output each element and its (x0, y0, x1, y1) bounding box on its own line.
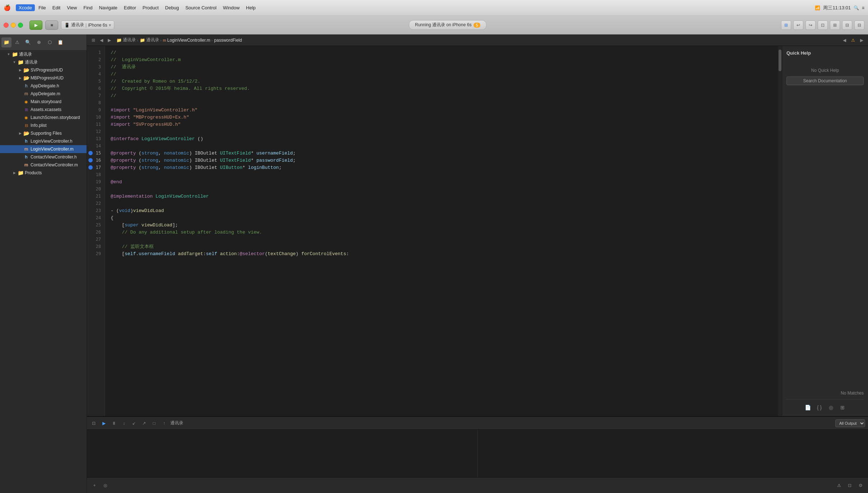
menu-items: Xcode File Edit View Find Navigate Edito… (16, 4, 815, 11)
jump-bar-forward[interactable]: ↪ (805, 20, 816, 30)
scrollbar-thumb[interactable] (779, 50, 781, 71)
run-button[interactable]: ▶ (29, 20, 42, 30)
breadcrumb-issues-forward[interactable]: ▶ (858, 37, 865, 44)
breadcrumb-item-group[interactable]: 📁 通讯录 › (140, 37, 162, 43)
sidebar-item-contact-h[interactable]: h ContactViewController.h (0, 153, 87, 161)
status-add-button[interactable]: + (91, 482, 98, 489)
breadcrumb-forward[interactable]: ▶ (106, 37, 113, 44)
qh-location-icon[interactable]: ◎ (827, 403, 835, 412)
sidebar-item-assets[interactable]: ⊞ Assets.xcassets (0, 106, 87, 114)
nav-tab-breakpoints[interactable]: ⬡ (45, 37, 55, 47)
sidebar-item-info-plist[interactable]: ⊟ Info.plist (0, 121, 87, 129)
sidebar-item-main-storyboard[interactable]: ◉ Main.storyboard (0, 98, 87, 106)
code-content[interactable]: // // LoginViewController.m // 通讯录 // //… (105, 46, 778, 416)
sidebar-item-products[interactable]: ▶ 📁 Products (0, 169, 87, 177)
nav-tab-report[interactable]: 📋 (55, 37, 65, 47)
bottom-share[interactable]: ↑ (160, 419, 168, 427)
search-documentation-button[interactable]: Search Documentation (786, 77, 864, 85)
breadcrumb-issues-back[interactable]: ◀ (841, 37, 848, 44)
sidebar-item-label-root: 通讯录 (19, 51, 32, 57)
sidebar-item-appdelegate-m[interactable]: m AppDelegate.m (0, 90, 87, 98)
menu-source-control[interactable]: Source Control (183, 4, 220, 11)
bottom-simulate[interactable]: □ (150, 419, 158, 427)
code-line-25: [super viewDidLoad]; (111, 221, 772, 229)
stop-button[interactable]: ■ (45, 20, 58, 30)
sidebar-item-supporting-files[interactable]: ▶ 📂 Supporting Files (0, 129, 87, 137)
menubar-right: 📶 周三11:13:01 🔍 ≡ (815, 5, 864, 11)
menu-product[interactable]: Product (140, 4, 162, 11)
sidebar-item-label-products: Products (25, 170, 42, 175)
breadcrumb-item-root[interactable]: 📁 通讯录 › (116, 37, 138, 43)
arrow-svprogress: ▶ (17, 68, 23, 72)
arrow-tonxunlu: ▼ (11, 60, 17, 64)
folder-root-icon: 📁 (11, 51, 18, 57)
status-filter-button[interactable]: ◎ (101, 482, 109, 489)
file-main-storyboard-icon: ◉ (23, 100, 29, 104)
menu-debug[interactable]: Debug (162, 4, 182, 11)
arrow-supporting-files: ▶ (17, 132, 23, 135)
menu-help[interactable]: Help (243, 4, 259, 11)
sidebar-item-login-m[interactable]: m LoginViewController.m (0, 145, 87, 153)
output-filter-select[interactable]: All Output (835, 419, 865, 427)
bottom-left-sidebar-toggle[interactable]: ⊡ (90, 419, 98, 427)
status-center: Running 通讯录 on iPhone 6s 5 (117, 20, 779, 30)
line-num-7: 7 (87, 92, 105, 99)
jump-bar-back[interactable]: ↩ (793, 20, 803, 30)
bottom-pause-btn[interactable]: ⏸ (110, 419, 118, 427)
breadcrumb-item-symbol[interactable]: passwordField (214, 38, 242, 43)
line-num-27: 27 (87, 236, 105, 243)
menu-navigate[interactable]: Navigate (96, 4, 120, 11)
nav-tab-issues[interactable]: ⚠ (12, 37, 22, 47)
editor-standard[interactable]: ⊡ (818, 20, 828, 30)
nav-tab-files[interactable]: 📁 (1, 37, 11, 47)
menu-editor[interactable]: Editor (121, 4, 139, 11)
notification-icon[interactable]: ≡ (862, 5, 864, 10)
bottom-step-into[interactable]: ↙ (130, 419, 138, 427)
status-pill: Running 通讯录 on iPhone 6s 5 (409, 20, 486, 30)
vertical-scrollbar[interactable] (778, 46, 782, 416)
navigator-toggle[interactable]: ⊞ (781, 20, 791, 30)
sidebar-item-launch-storyboard[interactable]: ◉ LaunchScreen.storyboard (0, 114, 87, 121)
bottom-play-btn[interactable]: ▶ (100, 419, 108, 427)
breadcrumb-back[interactable]: ◀ (98, 37, 105, 44)
qh-code-icon[interactable]: { } (815, 403, 824, 412)
breadcrumb-item-file[interactable]: m LoginViewController.m › (163, 38, 213, 43)
apple-menu[interactable]: 🍎 (4, 4, 11, 11)
status-settings[interactable]: ⚙ (857, 482, 864, 489)
code-editor[interactable]: 1 2 3 4 5 6 7 8 9 10 11 12 13 14 15 16 1 (87, 46, 782, 416)
warning-icon: ⚠ (849, 37, 857, 44)
sidebar-item-contact-m[interactable]: m ContactViewController.m (0, 161, 87, 169)
menu-xcode[interactable]: Xcode (16, 4, 35, 11)
sidebar-item-appdelegate-h[interactable]: h AppDelegate.h (0, 82, 87, 90)
close-window-button[interactable] (4, 23, 9, 28)
status-location[interactable]: ⊡ (846, 482, 854, 489)
menu-view[interactable]: View (64, 4, 80, 11)
qh-file-icon[interactable]: 📄 (804, 403, 812, 412)
bottom-step-over[interactable]: ↓ (120, 419, 128, 427)
status-warning-filter[interactable]: ⚠ (835, 482, 843, 489)
code-line-16: @property (strong, nonatomic) IBOutlet U… (111, 157, 772, 164)
search-menubar-icon[interactable]: 🔍 (854, 5, 859, 10)
sidebar-item-login-h[interactable]: h LoginViewController.h (0, 137, 87, 145)
arrow-root: ▼ (6, 52, 11, 56)
nav-tab-symbols[interactable]: ⊕ (34, 37, 44, 47)
scheme-chevron: ▾ (109, 23, 111, 28)
utility-toggle[interactable]: ⊟ (854, 20, 864, 30)
sidebar-item-mbprogress[interactable]: ▶ 📂 MBProgressHUD (0, 74, 87, 82)
menu-edit[interactable]: Edit (50, 4, 63, 11)
sidebar-item-group-root[interactable]: ▼ 📁 通讯录 (0, 50, 87, 58)
bottom-step-out[interactable]: ↗ (140, 419, 148, 427)
nav-tab-search[interactable]: 🔍 (23, 37, 33, 47)
qh-grid-icon[interactable]: ⊞ (838, 403, 847, 412)
editor-assistant[interactable]: ⊞ (830, 20, 840, 30)
editor-version[interactable]: ⊟ (842, 20, 852, 30)
menu-file[interactable]: File (36, 4, 49, 11)
menu-window[interactable]: Window (220, 4, 243, 11)
fullscreen-window-button[interactable] (18, 23, 23, 28)
scheme-selector[interactable]: 📱 通讯录 | iPhone 6s ▾ (61, 20, 114, 29)
sidebar-item-svprogress[interactable]: ▶ 📂 SVProgressHUD (0, 66, 87, 74)
menu-find[interactable]: Find (80, 4, 95, 11)
breadcrumb-related-files[interactable]: ⊞ (90, 37, 97, 44)
minimize-window-button[interactable] (11, 23, 16, 28)
sidebar-item-group-tonxunlu[interactable]: ▼ 📁 通讯录 (0, 58, 87, 66)
